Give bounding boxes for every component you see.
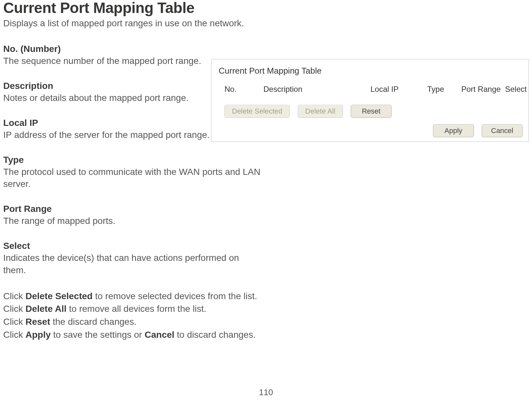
field-type-label: Type [3,155,263,165]
page-title: Current Port Mapping Table [3,0,263,16]
action-apply-cancel: Click Apply to save the settings or Canc… [3,329,263,341]
cancel-button[interactable]: Cancel [482,124,523,137]
col-header-port-range: Port Range [461,85,501,94]
col-header-select: Select [505,85,527,94]
panel-title: Current Port Mapping Table [219,66,321,76]
action-reset: Click Reset the discard changes. [3,316,263,328]
page-number: 110 [0,387,532,397]
field-no-label: No. (Number) [3,44,263,54]
action-delete-selected: Click Delete Selected to remove selected… [3,290,263,302]
col-header-description: Description [263,85,302,94]
field-portrange-label: Port Range [3,204,263,214]
page-subtitle: Displays a list of mapped port ranges in… [3,18,263,29]
field-select-desc: Indicates the device(s) that can have ac… [3,252,263,276]
field-select-label: Select [3,241,263,251]
action-delete-all: Click Delete All to remove all devices f… [3,303,263,315]
port-mapping-panel: Current Port Mapping Table No. Descripti… [211,59,529,142]
col-header-type: Type [427,85,444,94]
delete-all-button[interactable]: Delete All [298,105,343,118]
apply-button[interactable]: Apply [433,124,474,137]
field-type-desc: The protocol used to communicate with th… [3,166,263,190]
col-header-no: No. [224,85,236,94]
field-portrange-desc: The range of mapped ports. [3,215,263,227]
delete-selected-button[interactable]: Delete Selected [224,105,290,118]
reset-button[interactable]: Reset [351,105,392,118]
col-header-local-ip: Local IP [370,85,399,94]
